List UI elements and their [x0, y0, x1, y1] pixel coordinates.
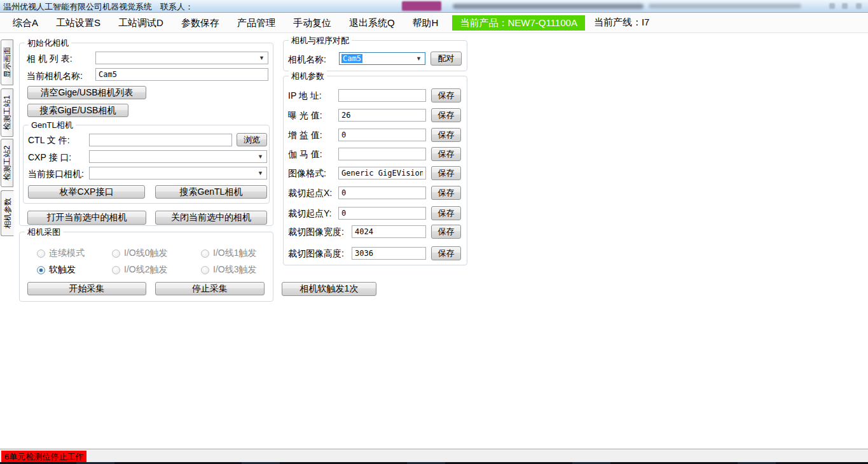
param-input[interactable] — [338, 89, 426, 102]
background-window-blurred-text — [453, 4, 644, 9]
trigger-radio[interactable]: I/O线2触发 — [112, 264, 167, 276]
side-tab-3[interactable]: 检测工站2 — [1, 139, 13, 187]
param-input[interactable] — [338, 148, 426, 160]
param-label: 裁切起点X: — [288, 188, 332, 199]
start-capture-button[interactable]: 开始采集 — [27, 282, 146, 295]
camera-list-combo[interactable]: ▼ — [95, 52, 268, 64]
param-save-button[interactable]: 保存 — [431, 186, 461, 200]
trigger-radio[interactable]: I/O线0触发 — [112, 248, 167, 259]
param-input[interactable] — [352, 247, 426, 260]
radio-label: 软触发 — [49, 264, 76, 276]
radio-icon — [37, 250, 45, 258]
camera-name-label: 当前相机名称: — [27, 71, 83, 82]
trigger-radio[interactable]: I/O线3触发 — [201, 264, 256, 276]
param-label: IP 地 址: — [288, 90, 322, 102]
param-label: 增 益 值: — [288, 130, 322, 141]
trigger-radio[interactable]: 连续模式 — [37, 248, 85, 259]
match-camera-name-label: 相机名称: — [288, 54, 326, 66]
param-label: 伽 马 值: — [288, 149, 322, 160]
side-tab-label: 检测工站2 — [2, 146, 13, 181]
stop-capture-button[interactable]: 停止采集 — [155, 282, 265, 295]
menu-item[interactable]: 帮助H — [404, 13, 448, 33]
param-input[interactable] — [338, 186, 426, 199]
param-save-button[interactable]: 保存 — [431, 166, 461, 180]
menu-item[interactable]: 参数保存 — [172, 13, 228, 33]
gentl-group-title: GenTL相机 — [29, 120, 76, 131]
menu-item[interactable]: 工站设置S — [47, 13, 109, 33]
radio-icon — [201, 250, 209, 258]
param-save-button[interactable]: 保存 — [431, 108, 461, 122]
side-tab-2[interactable]: 检测工站1 — [1, 88, 13, 137]
side-tab-label: 检测工站1 — [2, 95, 13, 130]
clear-camera-list-button[interactable]: 清空Gige/USB相机列表 — [27, 86, 146, 99]
params-group-title: 相机参数 — [289, 71, 327, 82]
status-message: 6单元检测位停止工作 — [1, 451, 86, 463]
param-label: 图像格式: — [288, 168, 326, 179]
browse-button[interactable]: 浏览 — [237, 133, 267, 146]
cxp-port-label: CXP 接 口: — [28, 152, 71, 164]
match-camera-selected-value: Cam5 — [341, 54, 362, 63]
menu-item[interactable]: 工站调试D — [109, 13, 172, 33]
param-label: 裁切图像宽度: — [288, 227, 344, 238]
status-bar: 6单元检测位停止工作 — [0, 449, 868, 462]
param-input[interactable] — [338, 109, 426, 122]
param-save-button[interactable]: 保存 — [431, 225, 461, 239]
camera-name-input[interactable] — [95, 68, 268, 81]
title-bar: 温州优视人工智能有限公司机器视觉系统 联系人： — [0, 0, 868, 13]
cxp-port-combo[interactable]: ▼ — [89, 150, 267, 163]
param-save-button[interactable]: 保存 — [431, 128, 461, 142]
soft-trigger-once-button[interactable]: 相机软触发1次 — [282, 282, 376, 296]
param-save-button[interactable]: 保存 — [431, 88, 461, 102]
current-line-label: 当前产线：I7 — [594, 17, 650, 29]
param-label: 裁切图像高度: — [288, 248, 344, 260]
chevron-down-icon: ▼ — [258, 171, 263, 176]
iface-camera-combo[interactable]: ▼ — [89, 167, 267, 179]
param-save-button[interactable]: 保存 — [431, 147, 461, 161]
background-maximize-icon — [842, 3, 848, 9]
radio-label: 连续模式 — [49, 248, 85, 259]
side-tab-label: 显示画面 — [2, 47, 13, 78]
app-window: 温州优视人工智能有限公司机器视觉系统 联系人： 综合A工站设置S工站调试D参数保… — [0, 0, 868, 464]
param-save-button[interactable]: 保存 — [431, 206, 461, 220]
open-selected-camera-button[interactable]: 打开当前选中的相机 — [27, 211, 146, 225]
current-product-badge[interactable]: 当前产品：NEW7-Q11100A — [452, 15, 585, 31]
radio-icon — [37, 266, 45, 274]
menu-item[interactable]: 综合A — [4, 13, 47, 33]
iface-camera-label: 当前接口相机: — [28, 169, 84, 180]
ctl-file-input[interactable] — [89, 134, 232, 146]
menu-item[interactable]: 产品管理 — [228, 13, 284, 33]
match-camera-combo[interactable]: Cam5 ▼ — [339, 52, 425, 65]
background-window-highlight — [402, 1, 441, 11]
background-window-titlebar — [394, 0, 868, 12]
radio-label: I/O线3触发 — [213, 264, 256, 276]
radio-label: I/O线1触发 — [213, 248, 256, 259]
search-gentl-button[interactable]: 搜索GenTL相机 — [155, 185, 267, 199]
trigger-radio[interactable]: 软触发 — [37, 264, 76, 276]
param-input[interactable] — [338, 207, 426, 220]
window-title: 温州优视人工智能有限公司机器视觉系统 联系人： — [3, 1, 193, 13]
side-tab-label: 相机参数 — [2, 198, 13, 228]
side-tab-4[interactable]: 相机参数 — [1, 190, 14, 236]
param-save-button[interactable]: 保存 — [431, 246, 461, 260]
close-selected-camera-button[interactable]: 关闭当前选中的相机 — [155, 211, 267, 225]
background-window-blurred-text — [649, 4, 801, 8]
param-label: 曝 光 值: — [288, 110, 322, 122]
trigger-radio[interactable]: I/O线1触发 — [201, 248, 256, 259]
radio-label: I/O线0触发 — [124, 248, 167, 259]
radio-label: I/O线2触发 — [124, 264, 167, 276]
enum-cxp-button[interactable]: 枚举CXP接口 — [28, 185, 145, 199]
menu-bar: 综合A工站设置S工站调试D参数保存产品管理手动复位退出系统Q帮助H当前产品：NE… — [0, 13, 868, 33]
param-input[interactable] — [352, 225, 426, 238]
radio-icon — [112, 250, 120, 258]
search-gige-usb-button[interactable]: 搜索GigE/USB相机 — [27, 104, 128, 117]
param-input[interactable] — [338, 167, 426, 179]
menu-item[interactable]: 手动复位 — [284, 13, 340, 33]
background-close-icon — [856, 3, 862, 9]
side-tab-1[interactable]: 显示画面 — [1, 39, 13, 85]
chevron-down-icon: ▼ — [258, 154, 263, 160]
match-group-title: 相机与程序对配 — [289, 35, 352, 46]
capture-group-title: 相机采图 — [25, 227, 63, 238]
menu-item[interactable]: 退出系统Q — [340, 13, 404, 33]
pair-button[interactable]: 配对 — [431, 52, 462, 66]
param-input[interactable] — [338, 129, 426, 141]
